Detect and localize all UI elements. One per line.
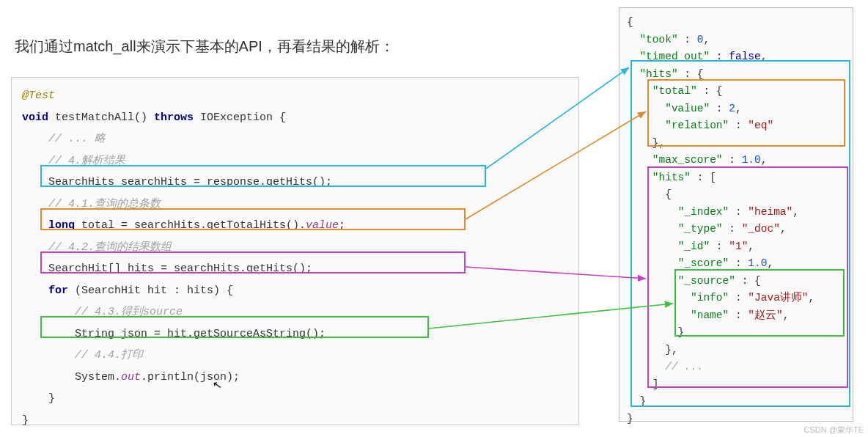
for-rest: (SearchHit hit : hits) { (75, 284, 233, 297)
key-took: "took" (639, 34, 677, 45)
kw-throws: throws (154, 111, 194, 124)
method-name: testMatchAll() (48, 111, 154, 124)
val-took: 0 (697, 34, 704, 45)
annotation-test: @Test (22, 89, 55, 102)
close-brace-outer: } (22, 414, 29, 427)
hl-json-total (647, 79, 845, 147)
field-out: out (121, 371, 141, 383)
comment-print: // 4.4.打印 (22, 349, 143, 361)
hl-json-source (674, 269, 845, 337)
print-a: System. (22, 371, 121, 383)
print-b: .println(json); (141, 371, 240, 383)
kw-void: void (22, 111, 48, 124)
exception-decl: IOException { (194, 111, 286, 124)
kw-for: for (22, 284, 75, 297)
hl-code-gethits (40, 165, 486, 187)
brace-open: { (627, 16, 633, 28)
comment-skip: // ... 略 (22, 133, 106, 145)
watermark: CSDN @蒙华TE (804, 425, 864, 436)
hl-code-total (40, 208, 466, 230)
close-brace-inner: } (22, 392, 55, 405)
hl-code-hitsarr (40, 251, 466, 273)
hl-code-json (40, 316, 429, 338)
